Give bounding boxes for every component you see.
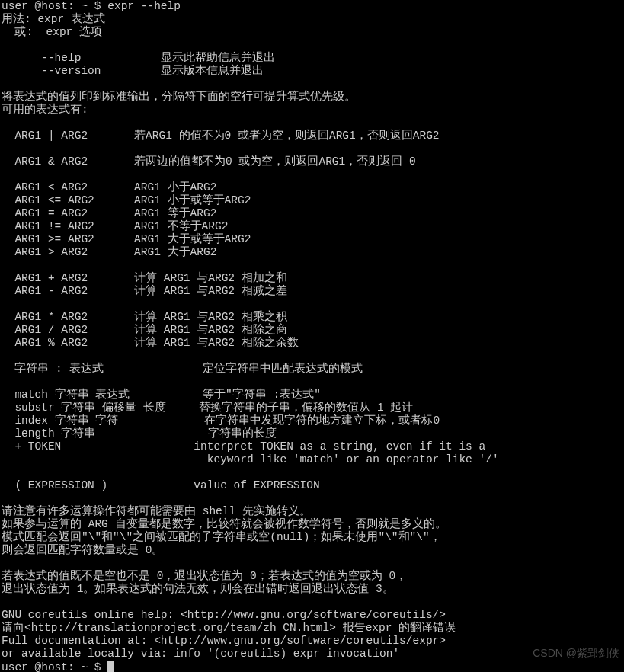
help-line: 则会返回匹配字符数量或是 0。 [2, 544, 163, 556]
help-line: ARG1 != ARG2 ARG1 不等于ARG2 [2, 220, 228, 232]
help-line: ARG1 * ARG2 计算 ARG1 与ARG2 相乘之积 [2, 311, 287, 323]
help-line: 请向<http://translationproject.org/team/zh… [2, 622, 456, 634]
prompt-user: user @host [2, 661, 68, 672]
help-line: keyword like 'match' or an operator like… [2, 453, 499, 466]
help-line: match 字符串 表达式 等于"字符串 :表达式" [2, 389, 321, 401]
help-line: 将表达式的值列印到标准输出，分隔符下面的空行可提升算式优先级。 [2, 91, 356, 103]
help-line: 模式匹配会返回"\"和"\"之间被匹配的子字符串或空(null)；如果未使用"\… [2, 531, 441, 543]
help-line: 若表达式的值既不是空也不是 0，退出状态值为 0；若表达式的值为空或为 0， [2, 570, 407, 582]
prompt-separator: : ~ $ [68, 0, 107, 12]
terminal-output[interactable]: user @host: ~ $ expr --help 用法: expr 表达式… [0, 0, 624, 672]
help-line: ( EXPRESSION ) value of EXPRESSION [2, 479, 320, 491]
help-line: + TOKEN interpret TOKEN as a string, eve… [2, 440, 485, 453]
help-line: 请注意有许多运算操作符都可能需要由 shell 先实施转义。 [2, 505, 311, 517]
help-line: ARG1 | ARG2 若ARG1 的值不为0 或者为空，则返回ARG1，否则返… [2, 130, 440, 142]
help-line: ARG1 - ARG2 计算 ARG1 与ARG2 相减之差 [2, 285, 287, 297]
prompt-line-2[interactable]: user @host: ~ $ [2, 661, 114, 672]
help-line: Full documentation at: <http://www.gnu.o… [2, 635, 446, 647]
help-line: ARG1 > ARG2 ARG1 大于ARG2 [2, 246, 216, 258]
help-line: length 字符串 字符串的长度 [2, 427, 277, 440]
cursor-icon [107, 661, 114, 672]
help-line: index 字符串 字符 在字符串中发现字符的地方建立下标，或者标0 [2, 414, 440, 427]
command-text: expr --help [107, 0, 181, 12]
help-line: or available locally via: info '(coreuti… [2, 648, 399, 660]
help-line: 或: expr 选项 [2, 26, 102, 38]
help-line: 字符串 : 表达式 定位字符串中匹配表达式的模式 [2, 363, 363, 375]
prompt-separator: : ~ $ [68, 661, 107, 672]
help-line: GNU coreutils online help: <http://www.g… [2, 609, 446, 621]
help-line: ARG1 / ARG2 计算 ARG1 与ARG2 相除之商 [2, 324, 287, 336]
help-line: substr 字符串 偏移量 长度 替换字符串的子串，偏移的数值从 1 起计 [2, 402, 413, 414]
help-line: 如果参与运算的 ARG 自变量都是数字，比较符就会被视作数学符号，否则就是多义的… [2, 518, 446, 530]
help-line: 退出状态值为 1。如果表达式的句法无效，则会在出错时返回退出状态值 3。 [2, 583, 394, 595]
help-line: --help 显示此帮助信息并退出 [2, 52, 275, 64]
prompt-user: user @host [2, 0, 68, 12]
help-line: ARG1 >= ARG2 ARG1 大于或等于ARG2 [2, 233, 251, 245]
help-line: 用法: expr 表达式 [2, 13, 105, 25]
help-line: 可用的表达式有: [2, 104, 88, 116]
help-line: ARG1 < ARG2 ARG1 小于ARG2 [2, 181, 216, 194]
help-line: ARG1 = ARG2 ARG1 等于ARG2 [2, 207, 216, 219]
help-line: --version 显示版本信息并退出 [2, 65, 264, 77]
help-line: ARG1 + ARG2 计算 ARG1 与ARG2 相加之和 [2, 272, 287, 284]
help-line: ARG1 <= ARG2 ARG1 小于或等于ARG2 [2, 194, 251, 206]
help-line: ARG1 & ARG2 若两边的值都不为0 或为空，则返回ARG1，否则返回 0 [2, 155, 416, 168]
prompt-line-1: user @host: ~ $ expr --help [2, 0, 181, 12]
help-line: ARG1 % ARG2 计算 ARG1 与ARG2 相除之余数 [2, 337, 299, 349]
